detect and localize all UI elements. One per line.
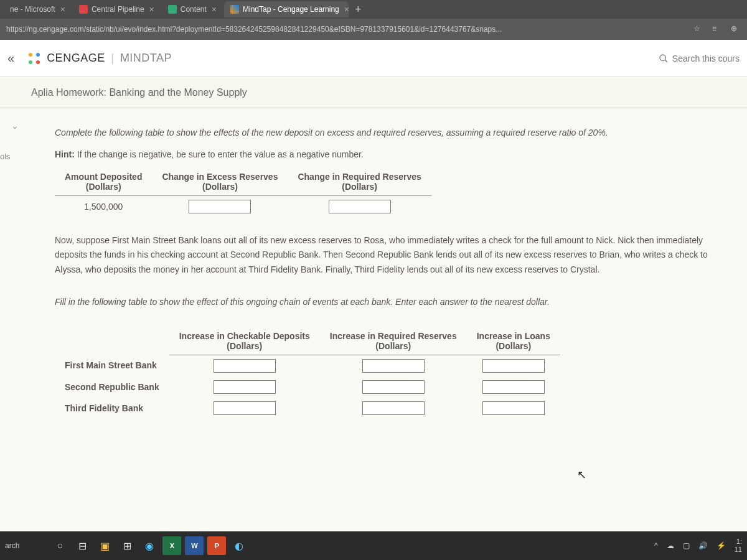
banks-chain-table: Increase in Checkable Deposits(Dollars) … — [55, 327, 560, 419]
deposits-input-3[interactable] — [214, 401, 276, 415]
favicon-icon — [79, 5, 88, 14]
tab-microsoft[interactable]: ne - Microsoft × — [4, 1, 72, 17]
favicon-icon — [230, 5, 239, 14]
col-required-reserves-2: Increase in Required Reserves(Dollars) — [320, 327, 467, 355]
hint-label: Hint: — [55, 149, 75, 159]
app-header: « CENGAGE | MINDTAP Search this cours — [0, 40, 747, 77]
tab-label: Central Pipeline — [92, 5, 144, 14]
scenario-paragraph: Now, suppose First Main Street Bank loan… — [55, 233, 715, 278]
svg-line-5 — [665, 60, 667, 62]
cursor-icon: ↖ — [577, 468, 586, 482]
svg-point-1 — [36, 53, 40, 57]
close-icon[interactable]: × — [60, 4, 65, 14]
tab-label: ne - Microsoft — [10, 5, 55, 14]
brand-text: CENGAGE | MINDTAP — [47, 52, 172, 65]
tab-central-pipeline[interactable]: Central Pipeline × — [73, 1, 161, 17]
close-icon[interactable]: × — [344, 4, 349, 14]
tab-label: MindTap - Cengage Learning — [243, 5, 339, 14]
favicon-icon — [168, 5, 177, 14]
tray-chevron-icon[interactable]: ^ — [654, 541, 658, 550]
hint-text: Hint: If the change is negative, be sure… — [55, 149, 728, 159]
assignment-title-bar: Aplia Homework: Banking and the Money Su… — [0, 77, 747, 108]
col-required-reserves: Change in Required Reserves(Dollars) — [288, 168, 431, 196]
col-amount-deposited: Amount Deposited(Dollars) — [55, 168, 152, 196]
tab-label: Content — [181, 5, 207, 14]
close-icon[interactable]: × — [212, 4, 217, 14]
network-icon[interactable]: ⚡ — [716, 541, 726, 550]
cengage-logo-icon — [27, 51, 42, 66]
task-view-icon[interactable]: ⊟ — [73, 536, 92, 555]
search-button[interactable]: Search this cours — [659, 54, 740, 63]
bank-name: Second Republic Bank — [55, 376, 169, 398]
col-excess-reserves: Change in Excess Reserves(Dollars) — [152, 168, 288, 196]
loans-input-2[interactable] — [482, 380, 545, 394]
onedrive-icon[interactable]: ☁ — [667, 541, 674, 550]
windows-taskbar: arch ○ ⊟ ▣ ⊞ ◉ X W P ◐ ^ ☁ ▢ 🔊 ⚡ 1: 11 — [0, 531, 747, 560]
favorites-icon[interactable]: ≡ — [712, 24, 722, 34]
browser-tab-strip: ne - Microsoft × Central Pipeline × Cont… — [0, 0, 747, 19]
battery-icon[interactable]: ▢ — [683, 541, 690, 550]
reserves-input-3[interactable] — [362, 401, 425, 415]
date-text: 11 — [735, 546, 742, 554]
word-icon[interactable]: W — [185, 536, 204, 555]
reserves-table: Amount Deposited(Dollars) Change in Exce… — [55, 168, 431, 217]
bank-name: First Main Street Bank — [55, 355, 169, 376]
edge-icon[interactable]: ◉ — [140, 536, 159, 555]
content-area: ⌄ ols Complete the following table to sh… — [0, 108, 747, 531]
volume-icon[interactable]: 🔊 — [698, 541, 708, 550]
tab-content[interactable]: Content × — [162, 1, 223, 17]
address-bar[interactable]: https://ng.cengage.com/static/nb/ui/evo/… — [0, 19, 747, 40]
reserves-input-1[interactable] — [362, 359, 425, 373]
sidebar-tools-label[interactable]: ols — [0, 152, 11, 161]
tab-mindtap[interactable]: MindTap - Cengage Learning × — [224, 1, 349, 17]
taskbar-search-label[interactable]: arch — [5, 541, 19, 550]
excess-reserves-input[interactable] — [189, 200, 251, 213]
reserves-input-2[interactable] — [362, 380, 425, 394]
loans-input-3[interactable] — [482, 401, 545, 415]
table-row: Second Republic Bank — [55, 376, 560, 398]
required-reserves-input[interactable] — [329, 200, 391, 213]
file-explorer-icon[interactable]: ▣ — [95, 536, 114, 555]
assignment-title: Aplia Homework: Banking and the Money Su… — [31, 87, 247, 98]
store-icon[interactable]: ⊞ — [118, 536, 136, 555]
browser-icon[interactable]: ◐ — [230, 536, 248, 555]
deposits-input-2[interactable] — [214, 380, 276, 394]
amount-value: 1,500,000 — [55, 195, 152, 217]
col-increase-loans: Increase in Loans(Dollars) — [467, 327, 560, 355]
svg-point-3 — [36, 60, 40, 64]
table-row: First Main Street Bank — [55, 355, 560, 376]
reader-icon[interactable]: ☆ — [693, 24, 703, 34]
search-placeholder: Search this cours — [672, 54, 740, 63]
table-row: 1,500,000 — [55, 195, 431, 217]
brand-primary: CENGAGE — [47, 52, 105, 64]
loans-input-1[interactable] — [482, 359, 545, 373]
sidebar-collapse-icon[interactable]: ⌄ — [11, 121, 19, 131]
instruction-text: Complete the following table to show the… — [55, 127, 728, 139]
powerpoint-icon[interactable]: P — [207, 536, 226, 555]
instruction-text-2: Fill in the following table to show the … — [55, 296, 728, 309]
excel-icon[interactable]: X — [162, 536, 181, 555]
deposits-input-1[interactable] — [214, 359, 276, 373]
hint-body: If the change is negative, be sure to en… — [75, 149, 364, 159]
brand-secondary: MINDTAP — [120, 52, 172, 64]
new-tab-button[interactable]: + — [350, 3, 367, 16]
bank-name: Third Fidelity Bank — [55, 398, 169, 419]
svg-point-2 — [29, 60, 32, 64]
col-checkable-deposits: Increase in Checkable Deposits(Dollars) — [169, 327, 320, 355]
svg-point-4 — [660, 55, 665, 60]
url-text: https://ng.cengage.com/static/nb/ui/evo/… — [6, 25, 687, 34]
table-row: Third Fidelity Bank — [55, 398, 560, 419]
cortana-icon[interactable]: ○ — [50, 536, 69, 555]
close-icon[interactable]: × — [149, 4, 154, 14]
back-button[interactable]: « — [7, 51, 14, 65]
search-icon — [659, 54, 669, 63]
svg-point-0 — [29, 53, 32, 57]
clock[interactable]: 1: 11 — [735, 538, 742, 554]
collections-icon[interactable]: ⊕ — [731, 24, 741, 34]
time-text: 1: — [735, 538, 742, 546]
